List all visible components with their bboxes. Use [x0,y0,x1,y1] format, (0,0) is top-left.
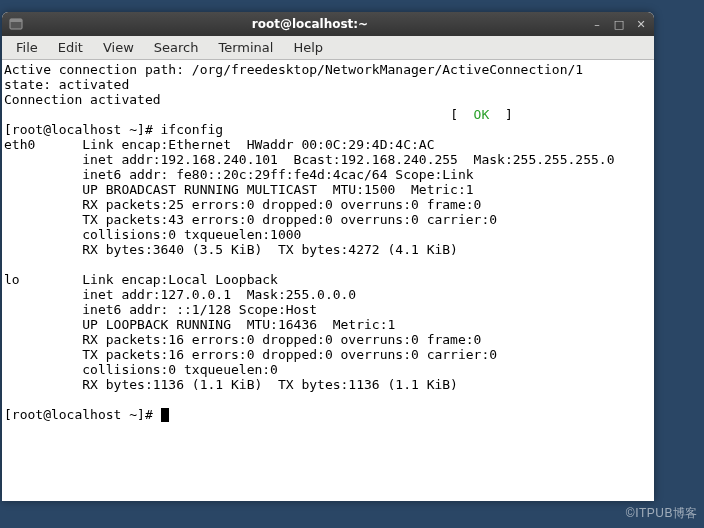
ok-text: OK [474,107,490,122]
prompt: [root@localhost ~]# ifconfig [4,122,223,137]
ifconfig-line: inet addr:192.168.240.101 Bcast:192.168.… [4,152,614,167]
ifconfig-line: inet6 addr: fe80::20c:29ff:fe4d:4cac/64 … [4,167,474,182]
window-title: root@localhost:~ [30,17,590,31]
cursor [161,408,169,422]
menu-search[interactable]: Search [144,38,209,57]
ifconfig-line: RX packets:25 errors:0 dropped:0 overrun… [4,197,481,212]
status-ok: [ OK ] [4,107,513,122]
command: ifconfig [161,122,224,137]
ifconfig-line: inet6 addr: ::1/128 Scope:Host [4,302,317,317]
output-line: Connection activated [4,92,161,107]
close-button[interactable]: ✕ [634,17,648,31]
minimize-button[interactable]: – [590,17,604,31]
ifconfig-line: RX packets:16 errors:0 dropped:0 overrun… [4,332,481,347]
output-line: Active connection path: /org/freedesktop… [4,62,583,77]
window-controls: – □ ✕ [590,17,648,31]
ifconfig-line: inet addr:127.0.0.1 Mask:255.0.0.0 [4,287,356,302]
titlebar[interactable]: root@localhost:~ – □ ✕ [2,12,654,36]
ifconfig-line: RX bytes:1136 (1.1 KiB) TX bytes:1136 (1… [4,377,458,392]
svg-rect-1 [10,19,22,22]
menu-edit[interactable]: Edit [48,38,93,57]
ifconfig-lo: lo Link encap:Local Loopback [4,272,278,287]
ifconfig-line: UP BROADCAST RUNNING MULTICAST MTU:1500 … [4,182,474,197]
menu-file[interactable]: File [6,38,48,57]
window-icon [8,16,24,32]
ifconfig-eth0: eth0 Link encap:Ethernet HWaddr 00:0C:29… [4,137,434,152]
ifconfig-line: RX bytes:3640 (3.5 KiB) TX bytes:4272 (4… [4,242,458,257]
ifconfig-line: TX packets:43 errors:0 dropped:0 overrun… [4,212,497,227]
maximize-button[interactable]: □ [612,17,626,31]
output-line: state: activated [4,77,129,92]
ifconfig-line: TX packets:16 errors:0 dropped:0 overrun… [4,347,497,362]
ifconfig-line: UP LOOPBACK RUNNING MTU:16436 Metric:1 [4,317,395,332]
ifconfig-line: collisions:0 txqueuelen:0 [4,362,278,377]
menubar: File Edit View Search Terminal Help [2,36,654,60]
terminal-window: root@localhost:~ – □ ✕ File Edit View Se… [2,12,654,501]
menu-help[interactable]: Help [283,38,333,57]
watermark: ©ITPUB博客 [626,505,698,522]
prompt: [root@localhost ~]# [4,407,169,422]
ifconfig-line: collisions:0 txqueuelen:1000 [4,227,301,242]
menu-terminal[interactable]: Terminal [208,38,283,57]
terminal-area[interactable]: Active connection path: /org/freedesktop… [2,60,654,501]
menu-view[interactable]: View [93,38,144,57]
